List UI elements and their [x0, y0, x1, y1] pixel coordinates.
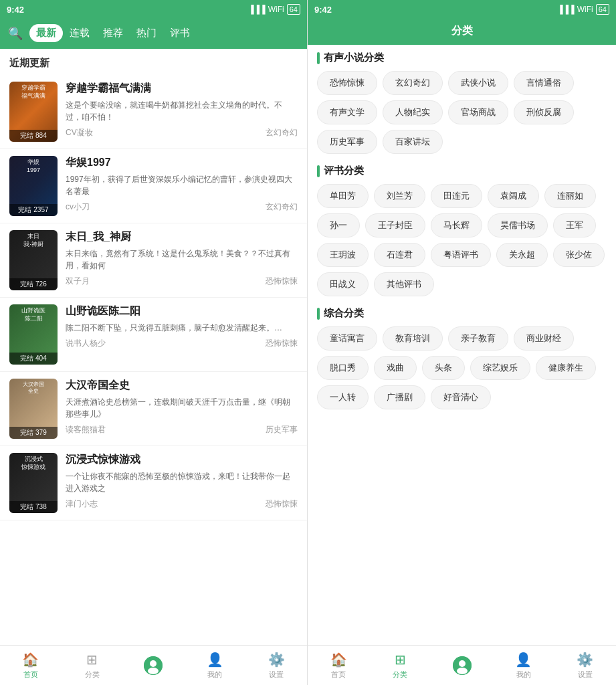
- cat-history[interactable]: 历史军事: [317, 130, 377, 154]
- ps-dantianfang[interactable]: 单田芳: [317, 184, 369, 208]
- gen-headline[interactable]: 头条: [422, 356, 465, 380]
- book-item[interactable]: 穿越学霸福气满满 完结 884 穿越学霸福气满满 这是个要啥没啥，就连喝牛奶都算…: [0, 75, 307, 149]
- book-tag: 玄幻奇幻: [266, 127, 298, 138]
- ps-zhangshao[interactable]: 张少佐: [553, 243, 605, 267]
- gen-errenzhuan[interactable]: 一人转: [317, 385, 369, 409]
- svg-point-4: [459, 660, 466, 667]
- settings-icon: ⚙️: [268, 652, 285, 668]
- avatar: [144, 656, 163, 675]
- ps-wangzi[interactable]: 王子封臣: [365, 213, 425, 237]
- gen-child[interactable]: 亲子教育: [448, 326, 508, 351]
- book-item[interactable]: 华娱1997 完结 2357 华娱1997 1997年初，获得了后世资深娱乐小编…: [0, 149, 307, 223]
- left-status-icons: ▐▐▐ WiFi 64: [248, 4, 300, 15]
- left-panel: 9:42 ▐▐▐ WiFi 64 🔍 最新 连载 推荐 热门 评书 近期更新 穿…: [0, 0, 308, 685]
- book-item[interactable]: 山野诡医陈二阳 完结 404 山野诡医陈二阳 陈二阳不断下坠，只觉得五脏刺痛，脑…: [0, 298, 307, 372]
- wifi-icon: WiFi: [577, 5, 593, 14]
- ps-yuankuocheng[interactable]: 袁阔成: [488, 184, 539, 208]
- book-info: 末日_我_神厨 末日来临，竟然有了系统！这是什么鬼系统！美食？？不过真有用，看如…: [66, 230, 298, 287]
- cat-biography[interactable]: 人物纪实: [383, 100, 443, 124]
- book-item[interactable]: 大汉帝国全史 完结 379 大汉帝国全史 天涯煮酒论史总榜第一，连载期间破天涯千…: [0, 372, 307, 446]
- pingsu-section-title: 评书分类: [317, 165, 607, 177]
- book-item[interactable]: 末日我·神厨 完结 726 末日_我_神厨 末日来临，竟然有了系统！这是什么鬼系…: [0, 223, 307, 298]
- cat-fantasy[interactable]: 玄幻奇幻: [383, 71, 443, 95]
- bottom-nav-listen[interactable]: [123, 646, 185, 685]
- category-label: 分类: [85, 670, 100, 680]
- home-label: 首页: [331, 670, 346, 680]
- right-bottom-listen[interactable]: [431, 646, 492, 685]
- nav-tab-recommend[interactable]: 推荐: [96, 24, 130, 42]
- gen-fairy[interactable]: 童话寓言: [317, 326, 377, 351]
- book-desc: 1997年初，获得了后世资深娱乐小编记忆的曹轩，参演史视四大名著最: [66, 173, 298, 197]
- bottom-nav-settings[interactable]: ⚙️ 设置: [245, 646, 307, 685]
- gen-variety[interactable]: 综艺娱乐: [470, 356, 530, 380]
- book-author: 说书人杨少: [66, 338, 106, 349]
- gen-radio[interactable]: 广播剧: [374, 385, 425, 409]
- nav-tab-serialized[interactable]: 连载: [63, 24, 96, 42]
- book-meta: CV凝妆 玄幻奇幻: [66, 127, 298, 138]
- home-icon: 🏠: [22, 652, 39, 668]
- book-info: 穿越学霸福气满满 这是个要啥没啥，就连喝牛奶都算挖社会主义墙角的时代。不过，咱不…: [66, 82, 298, 138]
- ps-lianliru[interactable]: 连丽如: [544, 184, 596, 208]
- ps-yueyu[interactable]: 粤语评书: [431, 243, 491, 267]
- book-title: 穿越学霸福气满满: [66, 82, 298, 96]
- book-meta: 说书人杨少 恐怖惊悚: [66, 338, 298, 349]
- book-title: 华娱1997: [66, 156, 298, 170]
- nav-tab-hot[interactable]: 热门: [130, 24, 163, 42]
- right-bottom-mine[interactable]: 👤 我的: [493, 646, 554, 685]
- right-panel: 9:42 ▐▐▐ WiFi 64 分类 有声小说分类 恐怖惊悚 玄幻奇幻 武侠小…: [308, 0, 616, 685]
- bottom-nav-category[interactable]: ⊞ 分类: [62, 646, 123, 685]
- cat-horror[interactable]: 恐怖惊悚: [317, 71, 377, 95]
- book-info: 华娱1997 1997年初，获得了后世资深娱乐小编记忆的曹轩，参演史视四大名著最…: [66, 156, 298, 213]
- ps-machanghui[interactable]: 马长辉: [431, 213, 482, 237]
- nav-tab-pingsu[interactable]: 评书: [163, 24, 197, 42]
- cat-detective[interactable]: 刑侦反腐: [514, 100, 574, 124]
- right-bottom-settings[interactable]: ⚙️ 设置: [554, 646, 616, 685]
- general-grid: 童话寓言 教育培训 亲子教育 商业财经 脱口秀 戏曲 头条 综艺娱乐 健康养生 …: [317, 326, 607, 409]
- mine-icon: 👤: [207, 652, 223, 668]
- ps-shilanjun[interactable]: 石连君: [374, 243, 425, 267]
- gen-edu[interactable]: 教育培训: [383, 326, 443, 351]
- gen-talkshow[interactable]: 脱口秀: [317, 356, 369, 380]
- ps-wangjun[interactable]: 王军: [553, 213, 596, 237]
- settings-icon: ⚙️: [577, 652, 593, 668]
- book-title: 沉浸式惊悚游戏: [66, 453, 298, 467]
- audiobook-section: 有声小说分类 恐怖惊悚 玄幻奇幻 武侠小说 言情通俗 有声文学 人物纪实 官场商…: [317, 52, 607, 154]
- cat-lecture[interactable]: 百家讲坛: [383, 130, 443, 154]
- gen-audio[interactable]: 好音清心: [431, 385, 491, 409]
- right-bottom-home[interactable]: 🏠 首页: [308, 646, 369, 685]
- gen-opera[interactable]: 戏曲: [374, 356, 417, 380]
- mine-label: 我的: [516, 670, 531, 680]
- book-tag: 恐怖惊悚: [266, 338, 298, 349]
- cat-wuxia[interactable]: 武侠小说: [448, 71, 508, 95]
- book-cover: 末日我·神厨 完结 726: [9, 230, 58, 290]
- book-meta: cv小刀 玄幻奇幻: [66, 201, 298, 213]
- gen-biz[interactable]: 商业财经: [514, 326, 574, 351]
- book-author: 读客熊猫君: [66, 424, 106, 435]
- cat-official[interactable]: 官场商战: [448, 100, 508, 124]
- ps-tianlianyuan[interactable]: 田连元: [431, 184, 482, 208]
- cat-audlit[interactable]: 有声文学: [317, 100, 377, 124]
- cat-romance[interactable]: 言情通俗: [514, 71, 574, 95]
- right-status-icons: ▐▐▐ WiFi 64: [557, 4, 609, 15]
- ps-sunyi[interactable]: 孙一: [317, 213, 360, 237]
- ps-haoru[interactable]: 昊儒书场: [488, 213, 548, 237]
- book-item[interactable]: 沉浸式惊悚游戏 完结 738 沉浸式惊悚游戏 一个让你夜不能寐的恐怖至极的惊悚游…: [0, 446, 307, 520]
- book-cover: 穿越学霸福气满满 完结 884: [9, 82, 58, 142]
- book-author: cv小刀: [66, 201, 90, 213]
- right-bottom-category[interactable]: ⊞ 分类: [369, 646, 431, 685]
- book-badge: 完结 404: [9, 353, 58, 365]
- ps-tianzhanyi[interactable]: 田战义: [317, 272, 369, 296]
- nav-tab-latest[interactable]: 最新: [29, 24, 63, 42]
- gen-health[interactable]: 健康养生: [536, 356, 596, 380]
- book-title: 山野诡医陈二阳: [66, 304, 298, 318]
- ps-guanyongchao[interactable]: 关永超: [496, 243, 548, 267]
- svg-point-2: [148, 668, 159, 674]
- pingsu-section: 评书分类 单田芳 刘兰芳 田连元 袁阔成 连丽如 孙一 王子封臣 马长辉 昊儒书…: [317, 165, 607, 296]
- ps-liulanfang[interactable]: 刘兰芳: [374, 184, 425, 208]
- bottom-nav-mine[interactable]: 👤 我的: [184, 646, 245, 685]
- search-icon[interactable]: 🔍: [8, 26, 23, 41]
- ps-other[interactable]: 其他评书: [374, 272, 434, 296]
- bottom-nav-home[interactable]: 🏠 首页: [0, 646, 62, 685]
- book-title: 末日_我_神厨: [66, 230, 298, 244]
- ps-wangyuebo[interactable]: 王玥波: [317, 243, 369, 267]
